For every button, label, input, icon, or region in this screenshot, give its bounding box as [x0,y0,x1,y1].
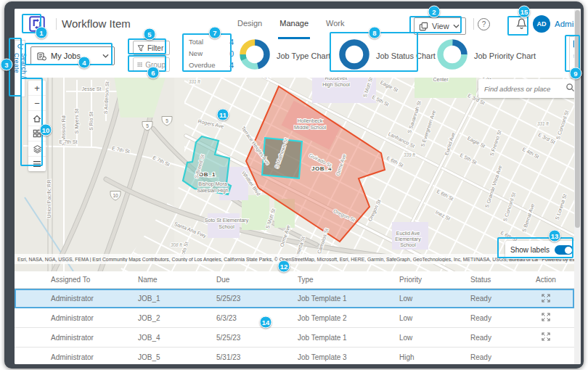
map-label: S Myers St [74,109,80,133]
chevron-down-icon [102,54,109,58]
cell: 5/25/23 [200,295,279,303]
cell: JOB_2 [123,314,200,322]
group-grid-icon [137,61,142,68]
filter-button[interactable]: Filter [133,41,170,55]
map-label: Bishop Mora [198,181,226,187]
search-input[interactable] [478,85,561,93]
job-status-chart-label: Job Status Chart [376,52,436,60]
zoom-out-button[interactable]: − [28,96,46,111]
group-button[interactable]: Group [133,57,170,72]
table-header-row: Assigned ToNameDueTypePriorityStatusActi… [15,271,574,289]
view-dropdown-label: View [432,22,449,30]
table-row[interactable]: AdministratorJOB_55/31/23Job Template 3H… [15,348,574,364]
scrollbar-thumb[interactable] [575,10,580,228]
map-attribution: Esri, NASA, NGA, USGS, FEMA | Esri Commu… [15,254,581,264]
screenshot-frame: Workflow Item DesignManageWork View ? AD… [4,1,584,369]
stat-row: New0 [189,48,234,59]
basemap-gallery-button[interactable] [28,126,46,141]
stat-label: New [189,48,203,59]
map-toolbar: + − [28,81,46,171]
table-row[interactable]: AdministratorJOB_45/25/23Job Template 1L… [15,328,574,348]
header-divider [56,18,57,30]
map-label: High School [322,82,350,88]
map-label: Elementary [395,237,421,242]
job-status-chart-donut [338,38,371,74]
help-icon[interactable]: ? [478,18,490,30]
stat-row: Total4 [189,36,234,48]
header-divider [473,18,474,30]
svg-text:5: 5 [146,123,149,128]
vertical-scrollbar[interactable] [574,9,581,364]
map-label: Hollenbeck [298,118,323,123]
column-header: Due [200,276,279,284]
page-title: Workflow Item [62,9,131,39]
job-type-chart[interactable]: Job Type Chart [238,38,330,74]
map-label: Middle School [294,125,326,130]
view-dropdown[interactable]: View [414,17,466,35]
cell: Administrator [15,295,123,303]
map-label: School [219,224,234,229]
tab-manage[interactable]: Manage [278,9,310,39]
map-label: 331 ft [537,121,549,126]
cell: Ready [454,295,518,303]
search-create-panel-tab[interactable]: Search / Create [15,40,25,97]
job-status-chart[interactable]: Job Status Chart [338,38,436,74]
stat-value: 4 [229,36,234,48]
map-label: Center [433,78,449,82]
cell-action [518,313,574,323]
map-label: Euclid Ave [396,231,420,236]
cell: 5/25/23 [200,334,279,342]
cell: JOB_5 [123,353,200,361]
funnel-icon [137,44,144,52]
tab-work[interactable]: Work [324,9,346,39]
stat-label: Overdue [189,59,215,71]
zoom-in-button[interactable]: + [28,81,46,96]
cell: Ready [454,314,518,322]
cell: Administrator [15,314,123,322]
jobs-table: Assigned ToNameDueTypePriorityStatusActi… [15,271,574,364]
jobs-list-icon [36,52,46,61]
zoom-to-action-icon[interactable] [542,294,550,303]
app-header: Workflow Item DesignManageWork View ? AD… [15,9,581,39]
tab-design[interactable]: Design [236,9,264,39]
svg-text:10: 10 [113,193,118,198]
zoom-to-action-icon[interactable] [542,313,550,321]
table-row[interactable]: AdministratorJOB_26/3/23Job Template 2Lo… [15,308,574,328]
cell: 5/31/23 [200,353,279,361]
top-nav-tabs: DesignManageWork [236,9,346,39]
layers-view-icon [419,22,428,31]
cell: Administrator [15,334,123,342]
cell: Low [381,334,454,342]
cell-action [518,294,574,304]
map-label: School [400,242,416,247]
map-canvas[interactable]: JOB_4JOB_1 Jesse StS Myers StS Rio StS A… [15,78,581,271]
filter-button-label: Filter [147,44,163,52]
jobs-dropdown-value: My Jobs [51,52,98,60]
map-label: 339 ft [404,152,415,157]
show-labels-toggle[interactable] [555,245,573,255]
jobs-filter-dropdown[interactable]: My Jobs [30,46,115,65]
zoom-to-action-icon[interactable] [542,332,550,341]
stat-row: Overdue4 [189,59,234,71]
home-extent-button[interactable] [28,111,46,126]
workflow-manager-logo-icon[interactable] [28,15,46,33]
map-label: Union Pacific RR [46,180,52,218]
legend-button[interactable] [28,157,46,171]
map-label: 331 ft [189,79,200,84]
layers-button[interactable] [28,141,46,157]
show-labels-label: Show labels [510,246,550,254]
map-label: S Rio St [89,112,94,131]
map-label: E 7th St [60,139,78,144]
cell: Job Template 1 [279,334,381,342]
notifications-bell-icon[interactable] [515,17,528,33]
cell: JOB_4 [123,334,200,342]
stat-label: Total [189,36,203,48]
app-window: Workflow Item DesignManageWork View ? AD… [15,9,581,364]
cell: Low [381,295,454,303]
user-avatar[interactable]: AD [533,15,550,33]
table-row[interactable]: AdministratorJOB_15/25/23Job Template 1L… [15,289,574,308]
map-label: Soto St Elementary [205,218,249,223]
job-priority-chart[interactable]: Job Priority Chart [436,38,536,74]
column-header: Action [518,276,574,284]
cell: Job Template 1 [279,295,381,303]
